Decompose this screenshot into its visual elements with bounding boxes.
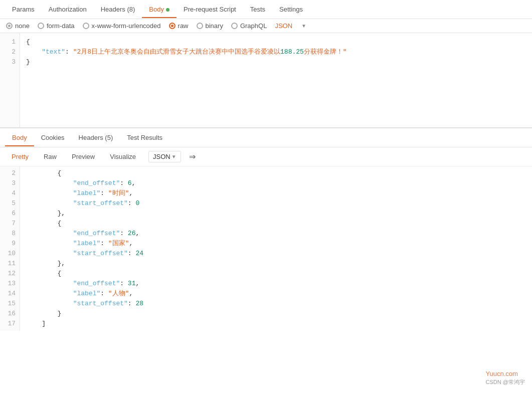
response-tab-cookies[interactable]: Cookies xyxy=(34,130,72,146)
radio-binary[interactable]: binary xyxy=(197,22,223,30)
resp-line-2: { xyxy=(26,168,526,178)
editor-line-1: { xyxy=(26,37,526,47)
resp-line-5: "start_offset": 0 xyxy=(26,199,526,209)
tab-tests[interactable]: Tests xyxy=(243,2,272,18)
radio-none-circle xyxy=(6,23,13,29)
body-dot xyxy=(166,8,169,12)
tab-settings[interactable]: Settings xyxy=(272,2,310,18)
radio-raw-circle xyxy=(169,23,175,29)
resp-line-13: "end_offset": 31, xyxy=(26,279,526,289)
format-tab-bar: Pretty Raw Preview Visualize JSON ▼ ⇒ xyxy=(0,147,532,166)
tab-headers[interactable]: Headers (8) xyxy=(94,2,142,18)
response-code-content: { "end_offset": 6, "label": "时间", "start… xyxy=(20,166,532,331)
tab-authorization[interactable]: Authorization xyxy=(42,2,94,18)
radio-binary-circle xyxy=(197,23,203,29)
tab-body[interactable]: Body xyxy=(142,2,176,18)
resp-line-10: "start_offset": 24 xyxy=(26,249,526,259)
json-dropdown-arrow[interactable]: ▼ xyxy=(301,23,306,29)
resp-line-17: ] xyxy=(26,319,526,329)
resp-line-4: "label": "时间", xyxy=(26,188,526,199)
response-line-numbers: 2 3 4 5 6 7 8 9 10 11 12 13 14 15 16 17 xyxy=(0,166,20,331)
format-tab-raw[interactable]: Raw xyxy=(37,150,63,163)
response-tab-headers[interactable]: Headers (5) xyxy=(72,130,120,146)
response-tab-test-results[interactable]: Test Results xyxy=(120,130,169,146)
body-type-row: none form-data x-www-form-urlencoded raw… xyxy=(0,19,532,33)
resp-line-8: "end_offset": 26, xyxy=(26,229,526,239)
radio-form-data-circle xyxy=(38,23,44,29)
tab-pre-request-script[interactable]: Pre-request Script xyxy=(176,2,243,18)
editor-line-2: "text": "2月8日上午北京冬奥会自由式滑雪女子大跳台决赛中中国选手谷爱凌… xyxy=(26,47,526,57)
response-tab-bar: Body Cookies Headers (5) Test Results xyxy=(0,128,532,147)
radio-form-data[interactable]: form-data xyxy=(38,22,75,30)
resp-line-15: "start_offset": 28 xyxy=(26,299,526,309)
editor-line-numbers: 1 2 3 xyxy=(0,33,20,127)
radio-graphql[interactable]: GraphQL xyxy=(231,22,267,30)
format-tab-pretty[interactable]: Pretty xyxy=(5,150,35,163)
json-format-label[interactable]: JSON xyxy=(275,22,292,30)
format-tab-preview[interactable]: Preview xyxy=(65,150,101,163)
radio-urlencoded[interactable]: x-www-form-urlencoded xyxy=(83,22,161,30)
response-body-code: 2 3 4 5 6 7 8 9 10 11 12 13 14 15 16 17 … xyxy=(0,166,532,331)
radio-urlencoded-circle xyxy=(83,23,89,29)
format-tab-visualize[interactable]: Visualize xyxy=(103,150,142,163)
resp-line-6: }, xyxy=(26,209,526,219)
resp-line-16: } xyxy=(26,309,526,319)
tab-params[interactable]: Params xyxy=(5,2,42,18)
resp-line-14: "label": "人物", xyxy=(26,289,526,299)
request-body-editor: 1 2 3 { "text": "2月8日上午北京冬奥会自由式滑雪女子大跳台决赛… xyxy=(0,33,532,128)
editor-line-3: } xyxy=(26,57,526,67)
radio-none[interactable]: none xyxy=(6,22,30,30)
response-json-dropdown[interactable]: JSON ▼ xyxy=(148,151,181,162)
resp-line-9: "label": "国家", xyxy=(26,239,526,249)
response-section: Body Cookies Headers (5) Test Results Pr… xyxy=(0,128,532,331)
response-json-arrow: ▼ xyxy=(171,154,176,159)
radio-raw[interactable]: raw xyxy=(169,22,189,30)
editor-code-content[interactable]: { "text": "2月8日上午北京冬奥会自由式滑雪女子大跳台决赛中中国选手谷… xyxy=(20,33,532,127)
resp-line-7: { xyxy=(26,219,526,229)
radio-graphql-circle xyxy=(231,23,238,29)
top-tab-bar: Params Authorization Headers (8) Body Pr… xyxy=(0,0,532,19)
resp-line-12: { xyxy=(26,269,526,279)
response-tab-body[interactable]: Body xyxy=(5,130,34,146)
wrap-lines-icon[interactable]: ⇒ xyxy=(189,152,196,161)
resp-line-11: }, xyxy=(26,259,526,269)
resp-line-3: "end_offset": 6, xyxy=(26,178,526,188)
